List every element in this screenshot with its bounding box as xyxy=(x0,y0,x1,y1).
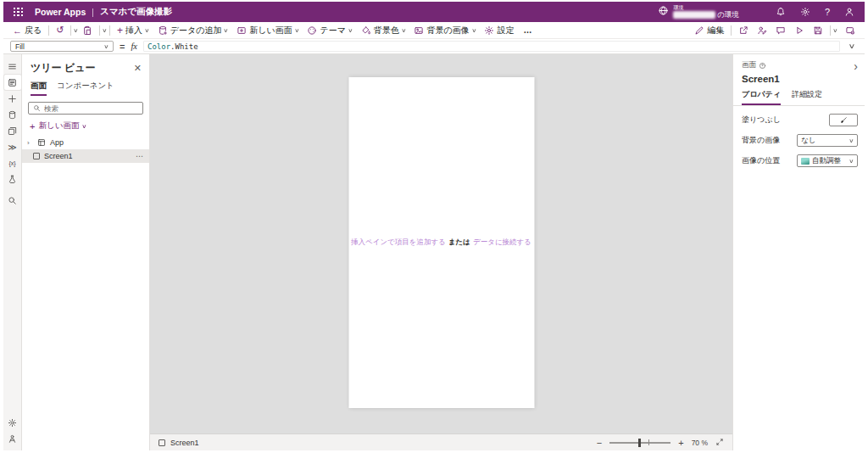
plus-icon: + xyxy=(30,121,35,131)
rail-media-icon[interactable] xyxy=(4,123,21,138)
expander-chevron-icon[interactable]: › xyxy=(27,139,33,147)
selected-item-title: Screen1 xyxy=(742,70,858,88)
back-button[interactable]: ← 戻る xyxy=(8,22,46,38)
save-options-chevron-icon[interactable]: ∨ xyxy=(833,27,838,34)
formula-bar-expand-chevron-icon[interactable]: ∨ xyxy=(849,42,856,50)
undo-icon: ↺ xyxy=(56,25,64,36)
publish-button[interactable] xyxy=(841,22,860,38)
comments-button[interactable] xyxy=(771,22,790,38)
pencil-icon xyxy=(694,25,704,36)
insert-pane-link[interactable]: 挿入ペインで項目を追加する xyxy=(351,238,446,246)
selected-type-label: 画面 xyxy=(742,60,756,70)
screen-icon xyxy=(33,153,40,159)
item-overflow-icon[interactable]: ⋯ xyxy=(136,152,144,160)
phone-screen[interactable]: 挿入ペインで項目を追加するまたはデータに接続する xyxy=(348,77,534,408)
zoom-slider[interactable] xyxy=(609,442,670,444)
rail-accessibility-icon[interactable] xyxy=(4,431,21,446)
coauthor-person-icon xyxy=(757,25,767,36)
connect-data-link[interactable]: データに接続する xyxy=(473,238,531,246)
tree-view-title: ツリー ビュー xyxy=(31,61,95,76)
plus-icon: + xyxy=(117,25,123,36)
save-button[interactable] xyxy=(809,22,827,38)
clipboard-icon xyxy=(82,25,92,36)
new-screen-menu-button[interactable]: + 新しい画面 ∨ xyxy=(22,116,149,136)
settings-button[interactable]: 設定 xyxy=(480,22,518,38)
coauthor-button[interactable] xyxy=(753,22,771,38)
paste-button[interactable] xyxy=(78,22,97,38)
rail-tree-view-icon[interactable] xyxy=(4,75,21,90)
waffle-icon[interactable] xyxy=(14,8,23,17)
formula-input[interactable]: Color.White xyxy=(143,41,840,52)
app-icon xyxy=(37,138,46,147)
chevron-down-icon: ∨ xyxy=(82,123,87,130)
rail-variables-icon[interactable]: {x} xyxy=(4,155,21,171)
paint-bucket-icon xyxy=(361,25,371,36)
environment-switcher[interactable]: 環境 の環境 xyxy=(658,4,739,20)
undo-chevron-icon[interactable]: ∨ xyxy=(74,27,79,34)
image-position-thumbnail-icon xyxy=(801,158,810,165)
tab-components[interactable]: コンポーネント xyxy=(57,79,114,96)
zoom-out-button[interactable]: − xyxy=(597,438,602,448)
environment-label: 環境 xyxy=(673,5,739,10)
rail-advanced-tools-icon[interactable] xyxy=(4,171,21,187)
background-image-select[interactable]: なし ∨ xyxy=(797,134,858,147)
rail-menu-icon[interactable] xyxy=(4,59,21,74)
empty-screen-hint: 挿入ペインで項目を追加するまたはデータに接続する xyxy=(314,238,568,248)
rail-insert-icon[interactable] xyxy=(4,91,21,106)
settings-gear-icon xyxy=(484,25,494,36)
paste-chevron-icon[interactable]: ∨ xyxy=(103,27,108,34)
tree-item-app[interactable]: › App xyxy=(22,136,149,149)
theme-palette-icon xyxy=(307,25,317,36)
properties-panel: 画面 › Screen1 プロパティ 詳細設定 塗りつぶし 背景の画像 xyxy=(732,54,865,450)
background-color-button[interactable]: 背景色∨ xyxy=(357,22,410,38)
brand-title[interactable]: Power Apps xyxy=(35,7,86,17)
theme-button[interactable]: テーマ∨ xyxy=(303,22,356,38)
rail-settings-icon[interactable] xyxy=(4,415,21,430)
account-person-icon[interactable] xyxy=(844,7,854,17)
publish-icon xyxy=(845,25,855,36)
image-position-select[interactable]: 自動調整 ∨ xyxy=(797,154,858,167)
overflow-menu-button[interactable]: … xyxy=(518,25,537,35)
current-screen-label[interactable]: Screen1 xyxy=(170,439,199,447)
rail-power-automate-icon[interactable]: ≫ xyxy=(4,139,21,154)
top-bar: Power Apps | スマホで画像撮影 環境 の環境 xyxy=(3,2,865,22)
fill-color-button[interactable] xyxy=(829,114,858,126)
fill-property-label: 塗りつぶし xyxy=(742,115,781,126)
background-image-button[interactable]: 背景の画像∨ xyxy=(409,22,480,38)
rail-data-icon[interactable] xyxy=(4,107,21,122)
brush-icon xyxy=(840,116,848,124)
command-bar: ← 戻る ↺ ∨ ∨ + 挿入∨ データの追加∨ xyxy=(3,22,865,39)
background-image-property-label: 背景の画像 xyxy=(742,135,780,146)
property-selector[interactable]: Fill ∨ xyxy=(10,41,114,52)
canvas-area: 挿入ペインで項目を追加するまたはデータに接続する Screen1 − + 70 … xyxy=(150,54,732,450)
chevron-down-icon: ∨ xyxy=(849,137,854,144)
notifications-bell-icon[interactable] xyxy=(776,7,786,17)
close-icon[interactable]: ✕ xyxy=(134,63,142,74)
preview-play-button[interactable] xyxy=(790,22,809,38)
environment-name-redacted xyxy=(673,11,715,19)
title-separator: | xyxy=(92,8,94,17)
rail-search-icon[interactable] xyxy=(4,193,21,208)
tree-item-screen1[interactable]: Screen1 ⋯ xyxy=(22,149,149,163)
new-screen-button[interactable]: 新しい画面∨ xyxy=(232,22,303,38)
search-input[interactable] xyxy=(44,104,138,113)
zoom-level[interactable]: 70 % xyxy=(692,439,708,447)
settings-gear-icon[interactable] xyxy=(800,7,810,17)
tab-advanced[interactable]: 詳細設定 xyxy=(792,88,822,105)
tab-screens[interactable]: 画面 xyxy=(31,79,47,96)
design-canvas[interactable]: 挿入ペインで項目を追加するまたはデータに接続する xyxy=(150,54,732,433)
fit-to-window-icon[interactable] xyxy=(715,438,724,448)
info-icon[interactable] xyxy=(759,62,766,70)
play-icon xyxy=(794,25,804,36)
panel-expand-chevron-icon[interactable]: › xyxy=(854,59,858,73)
tree-search-box[interactable] xyxy=(28,102,143,115)
share-button[interactable] xyxy=(734,22,753,38)
insert-button[interactable]: + 挿入∨ xyxy=(113,22,153,38)
tab-properties[interactable]: プロパティ xyxy=(742,88,781,105)
zoom-in-button[interactable]: + xyxy=(678,438,683,448)
edit-button[interactable]: 編集 xyxy=(690,22,728,38)
undo-button[interactable]: ↺ xyxy=(52,22,68,38)
add-data-button[interactable]: データの追加∨ xyxy=(153,22,232,38)
help-icon[interactable]: ? xyxy=(825,7,830,17)
zoom-slider-thumb[interactable] xyxy=(638,439,641,447)
